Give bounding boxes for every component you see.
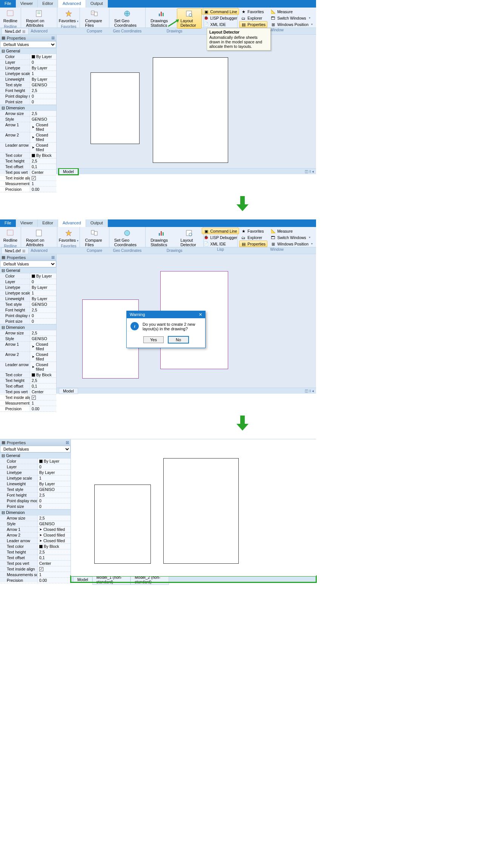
- property-value[interactable]: 0: [30, 94, 56, 99]
- property-row[interactable]: Layer0: [0, 279, 56, 285]
- property-value[interactable]: ➤Closed filled: [30, 122, 56, 132]
- property-value[interactable]: By Layer: [30, 296, 56, 301]
- window-properties-button[interactable]: ▤Properties: [239, 21, 267, 28]
- collapse-icon[interactable]: ⊟: [2, 106, 5, 110]
- property-row[interactable]: Measurements scale1: [0, 572, 71, 578]
- property-row[interactable]: Text offset0,1: [0, 555, 71, 561]
- favorites-button[interactable]: Favorites: [55, 228, 82, 244]
- document-tab[interactable]: New1.dxf⊠: [2, 28, 29, 34]
- panel-close-icon[interactable]: ⊠: [66, 440, 69, 445]
- menu-tab-editor[interactable]: Editor: [38, 219, 58, 227]
- property-value[interactable]: 1: [30, 71, 56, 76]
- property-value[interactable]: 2,5: [30, 378, 56, 383]
- windows-position-button[interactable]: ⊞Windows Position: [269, 21, 315, 28]
- set-geo-button[interactable]: Set Geo Coordinates: [111, 8, 144, 29]
- property-value[interactable]: 2,5: [30, 307, 56, 313]
- menu-file[interactable]: File: [0, 219, 16, 227]
- property-value[interactable]: By Layer: [30, 65, 56, 71]
- property-value[interactable]: 1: [38, 475, 71, 481]
- property-row[interactable]: ColorBy Layer: [0, 54, 56, 60]
- model-tab[interactable]: Model: [59, 388, 78, 394]
- property-row[interactable]: LinetypeBy Layer: [0, 65, 56, 71]
- property-value[interactable]: 0,1: [38, 555, 71, 560]
- report-attributes-button[interactable]: Report on Attributes: [23, 8, 55, 29]
- command-line-button[interactable]: ▣Command Line: [202, 228, 239, 234]
- canvas[interactable]: [71, 439, 316, 576]
- property-row[interactable]: Font height2,5: [0, 307, 56, 313]
- property-row[interactable]: Linetype scale1: [0, 475, 71, 481]
- property-value[interactable]: 0.00: [30, 406, 56, 411]
- property-value[interactable]: ➤Closed filled: [30, 352, 56, 362]
- property-value[interactable]: GENISO: [30, 336, 56, 341]
- property-row[interactable]: Text colorBy Block: [0, 153, 56, 158]
- property-row[interactable]: LineweightBy Layer: [0, 296, 56, 302]
- property-value[interactable]: 2,5: [38, 515, 71, 521]
- collapse-icon[interactable]: ⊟: [2, 510, 5, 515]
- property-row[interactable]: Leader arrow➤Closed filled: [0, 143, 56, 153]
- property-value[interactable]: By Layer: [30, 54, 56, 59]
- property-value[interactable]: 1: [38, 572, 71, 577]
- lisp-debugger-button[interactable]: 🐞LISP Debugger: [202, 15, 239, 21]
- drawings-statistics-button[interactable]: Drawings Statistics: [147, 228, 175, 248]
- property-value[interactable]: ➤Closed filled: [30, 132, 56, 142]
- window-properties-button[interactable]: ▤Properties: [239, 241, 267, 247]
- property-value[interactable]: 0: [38, 464, 71, 469]
- property-row[interactable]: Arrow 1➤Closed filled: [0, 122, 56, 132]
- sheet-1[interactable]: [94, 485, 151, 564]
- property-row[interactable]: Text styleGENISO: [0, 302, 56, 307]
- property-row[interactable]: Precision0.00: [0, 406, 56, 412]
- switch-windows-button[interactable]: 🗔Switch Windows: [269, 234, 315, 241]
- property-value[interactable]: GENISO: [30, 302, 56, 307]
- property-value[interactable]: 0,1: [30, 383, 56, 389]
- property-row[interactable]: Point display mode0: [0, 94, 56, 99]
- sheet-2[interactable]: [153, 57, 228, 163]
- collapse-icon[interactable]: ⊟: [2, 49, 5, 53]
- report-attributes-button[interactable]: Report on Attributes: [23, 228, 55, 248]
- property-row[interactable]: Text styleGENISO: [0, 487, 71, 492]
- property-row[interactable]: Text height2,5: [0, 549, 71, 555]
- property-row[interactable]: Text offset0,1: [0, 164, 56, 170]
- model-tab[interactable]: Model: [59, 169, 78, 175]
- compare-files-button[interactable]: ! Compare Files: [81, 8, 107, 29]
- property-row[interactable]: StyleGENISO: [0, 117, 56, 122]
- property-row[interactable]: Arrow 1➤Closed filled: [0, 342, 56, 352]
- yes-button[interactable]: Yes: [143, 336, 164, 343]
- canvas[interactable]: Warning✕ iDo you want to create 2 new la…: [57, 254, 316, 388]
- property-value[interactable]: Center: [38, 561, 71, 566]
- property-value[interactable]: 2,5: [30, 88, 56, 93]
- property-value[interactable]: 2,5: [30, 111, 56, 116]
- default-values-select[interactable]: Default Values: [0, 41, 56, 48]
- property-value[interactable]: 2,5: [38, 549, 71, 555]
- property-value[interactable]: GENISO: [30, 117, 56, 122]
- close-icon[interactable]: ⊠: [22, 29, 25, 34]
- property-value[interactable]: ✓: [38, 566, 71, 572]
- property-value[interactable]: 2,5: [30, 158, 56, 164]
- checkbox-icon[interactable]: ✓: [32, 396, 36, 400]
- property-value[interactable]: GENISO: [38, 487, 71, 492]
- property-row[interactable]: Leader arrow➤Closed filled: [0, 538, 71, 544]
- property-row[interactable]: Text pos vertCenter: [0, 389, 56, 395]
- property-row[interactable]: LineweightBy Layer: [0, 77, 56, 82]
- property-row[interactable]: Point display mode0: [0, 313, 56, 319]
- section-dimension[interactable]: ⊟Dimension: [0, 105, 56, 111]
- property-row[interactable]: Point display mode0: [0, 498, 71, 504]
- switch-windows-button[interactable]: 🗔Switch Windows: [269, 15, 315, 21]
- property-value[interactable]: 0.00: [38, 578, 71, 583]
- redline-button[interactable]: Redline: [0, 228, 21, 244]
- property-row[interactable]: LineweightBy Layer: [0, 481, 71, 487]
- property-value[interactable]: By Block: [38, 544, 71, 549]
- property-row[interactable]: Point size0: [0, 504, 71, 509]
- property-row[interactable]: Font height2,5: [0, 492, 71, 498]
- scroll-controls[interactable]: ◫ ⦀ ◂: [305, 169, 316, 174]
- property-value[interactable]: GENISO: [30, 82, 56, 87]
- property-value[interactable]: 0: [30, 99, 56, 104]
- property-row[interactable]: Text colorBy Block: [0, 544, 71, 549]
- window-explorer-button[interactable]: 🗂Explorer: [239, 15, 267, 21]
- set-geo-button[interactable]: Set Geo Coordinates: [111, 228, 144, 248]
- layout-detector-button[interactable]: Layout Detector: [177, 8, 202, 29]
- collapse-icon[interactable]: ⊟: [2, 268, 5, 273]
- menu-tab-advanced[interactable]: Advanced: [58, 0, 86, 8]
- menu-tab-editor[interactable]: Editor: [38, 0, 58, 8]
- property-value[interactable]: 1: [30, 181, 56, 186]
- sheet-1[interactable]: [91, 72, 140, 144]
